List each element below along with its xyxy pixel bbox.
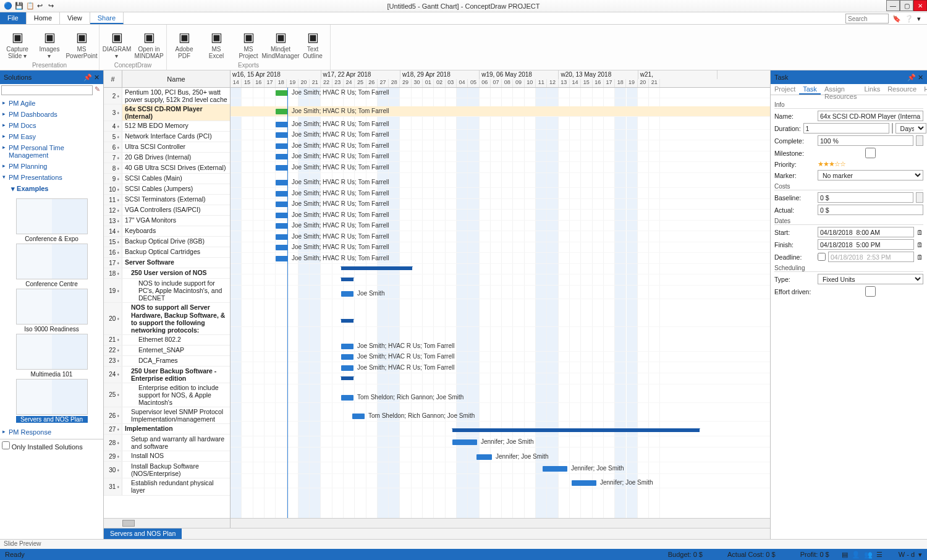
- grid-hscroll[interactable]: [104, 518, 230, 528]
- sheet-tab-active[interactable]: Servers and NOS Plan: [104, 528, 182, 539]
- search-input[interactable]: [845, 14, 889, 23]
- task-bar[interactable]: [276, 234, 288, 240]
- pin-icon[interactable]: 📌: [83, 74, 92, 82]
- only-installed-checkbox[interactable]: [2, 441, 10, 449]
- taskpane-tab[interactable]: Task: [799, 84, 821, 95]
- task-bar[interactable]: [276, 245, 288, 250]
- table-row[interactable]: 5Network Interface Cards (PCI): [104, 132, 230, 142]
- gantt-row[interactable]: [231, 316, 770, 327]
- table-row[interactable]: 21Ethernet 802.2: [104, 335, 230, 346]
- pin-icon[interactable]: 📌: [907, 74, 916, 82]
- example-thumb[interactable]: Conference & Expo: [16, 198, 88, 242]
- filter-icon[interactable]: ✎: [93, 85, 102, 95]
- taskpane-tab[interactable]: Links: [860, 84, 884, 95]
- zoom-label[interactable]: W - d: [899, 551, 915, 559]
- view-gantt-icon[interactable]: ▤: [842, 551, 848, 559]
- summary-bar[interactable]: [341, 376, 353, 380]
- field-deadline[interactable]: [828, 252, 914, 262]
- task-bar[interactable]: [341, 354, 353, 360]
- solution-item[interactable]: PM Easy: [0, 131, 103, 142]
- table-row[interactable]: 25Enterprise edition to include support …: [104, 383, 230, 407]
- example-thumb[interactable]: Multimedia 101: [16, 334, 88, 378]
- table-row[interactable]: 840 GB Ultra SCSI Drives (External): [104, 163, 230, 174]
- task-bar[interactable]: [276, 180, 288, 185]
- table-row[interactable]: 24250 User Backup Software - Enterprise …: [104, 367, 230, 383]
- summary-bar[interactable]: [341, 319, 353, 323]
- field-priority[interactable]: ★★★☆☆: [818, 160, 845, 168]
- close-pane-icon[interactable]: ✕: [918, 74, 923, 82]
- solution-item[interactable]: PM Agile: [0, 98, 103, 109]
- taskpane-tab[interactable]: Hypernote: [920, 84, 927, 95]
- table-row[interactable]: 12VGA Controllers (ISA/PCI): [104, 205, 230, 216]
- images-button[interactable]: ▣Images▾: [35, 26, 64, 62]
- table-row[interactable]: 30Install Backup Software (NOS/Enterpris…: [104, 462, 230, 478]
- field-actual[interactable]: [818, 205, 923, 215]
- table-row[interactable]: 29Install NOS: [104, 451, 230, 462]
- table-row[interactable]: 26Supervisor level SNMP Protocol Impleme…: [104, 407, 230, 424]
- close-button[interactable]: ✕: [913, 0, 927, 11]
- task-bar[interactable]: [276, 154, 288, 159]
- examples-header[interactable]: ▾ Examples: [0, 183, 103, 195]
- table-row[interactable]: 14Keyboards: [104, 226, 230, 237]
- field-duration-unit[interactable]: Days: [895, 123, 926, 134]
- complete-spin[interactable]: [916, 135, 923, 146]
- task-bar[interactable]: [276, 90, 288, 96]
- summary-bar[interactable]: [341, 278, 353, 281]
- calendar-icon[interactable]: 🗓: [916, 229, 923, 236]
- table-row[interactable]: 9SCSI Cables (Main): [104, 174, 230, 184]
- task-bar[interactable]: [543, 466, 567, 472]
- table-row[interactable]: 2Pentium 100, PCI Bus, 250+ watt power s…: [104, 88, 230, 104]
- zoom-dropdown-icon[interactable]: ▾: [918, 551, 922, 559]
- gantt-hscroll[interactable]: [231, 518, 770, 528]
- gantt-row[interactable]: [231, 478, 770, 488]
- task-bar[interactable]: [276, 191, 288, 197]
- table-row[interactable]: 17Server Software: [104, 258, 230, 268]
- col-header-name[interactable]: Name: [122, 70, 230, 87]
- table-row[interactable]: 18250 User version of NOS: [104, 268, 230, 279]
- task-bar[interactable]: [276, 223, 288, 229]
- view-resource-icon[interactable]: 👤: [852, 551, 860, 559]
- table-row[interactable]: 720 GB Drives (Internal): [104, 153, 230, 163]
- gantt-row[interactable]: [231, 411, 770, 422]
- task-bar[interactable]: [572, 480, 596, 486]
- field-name[interactable]: [818, 111, 923, 121]
- task-bar[interactable]: [276, 256, 288, 261]
- deadline-check[interactable]: [818, 252, 826, 262]
- task-bar[interactable]: [341, 395, 353, 401]
- gantt-row[interactable]: [231, 374, 770, 384]
- mindjet-button[interactable]: ▣MindjetMindManager: [266, 26, 295, 62]
- view-list-icon[interactable]: ☰: [876, 551, 883, 559]
- capture-slide-button[interactable]: ▣CaptureSlide ▾: [2, 26, 32, 62]
- tag-icon[interactable]: 🔖: [892, 15, 901, 23]
- minimize-button[interactable]: —: [886, 0, 900, 11]
- task-bar[interactable]: [341, 344, 353, 349]
- solution-item[interactable]: PM Presentations: [0, 172, 103, 183]
- table-row[interactable]: 20NOS to support all Server Hardware, Ba…: [104, 303, 230, 334]
- slide-preview-bar[interactable]: Slide Preview: [0, 539, 927, 549]
- table-row[interactable]: 11SCSI Terminators (External): [104, 195, 230, 205]
- task-bar[interactable]: [276, 165, 288, 171]
- col-header-num[interactable]: #: [104, 70, 122, 87]
- field-milestone[interactable]: [818, 148, 923, 158]
- tab-view[interactable]: View: [60, 12, 90, 24]
- table-row[interactable]: 16Backup Optical Cartridges: [104, 247, 230, 258]
- table-row[interactable]: 28Setup and warranty all hardware and so…: [104, 435, 230, 451]
- solutions-filter[interactable]: [1, 85, 93, 95]
- task-bar[interactable]: [341, 291, 353, 297]
- example-thumb[interactable]: Servers and NOS Plan: [16, 379, 88, 423]
- duration-spin[interactable]: [892, 123, 893, 134]
- gantt-row[interactable]: [231, 275, 770, 286]
- tab-share[interactable]: Share: [90, 12, 124, 24]
- task-bar[interactable]: [276, 122, 288, 127]
- solution-item[interactable]: PM Dashboards: [0, 109, 103, 120]
- summary-bar[interactable]: [452, 428, 700, 432]
- gantt-row[interactable]: [231, 363, 770, 373]
- help-icon[interactable]: ❔: [905, 15, 913, 23]
- close-pane-icon[interactable]: ✕: [94, 74, 99, 82]
- table-row[interactable]: 4512 MB EDO Memory: [104, 121, 230, 132]
- task-bar[interactable]: [276, 109, 288, 114]
- calendar-icon[interactable]: 🗓: [916, 241, 923, 248]
- field-start[interactable]: [818, 227, 914, 237]
- ms-powerpoint-button[interactable]: ▣MSPowerPoint: [67, 26, 96, 62]
- maximize-button[interactable]: ▢: [900, 0, 913, 11]
